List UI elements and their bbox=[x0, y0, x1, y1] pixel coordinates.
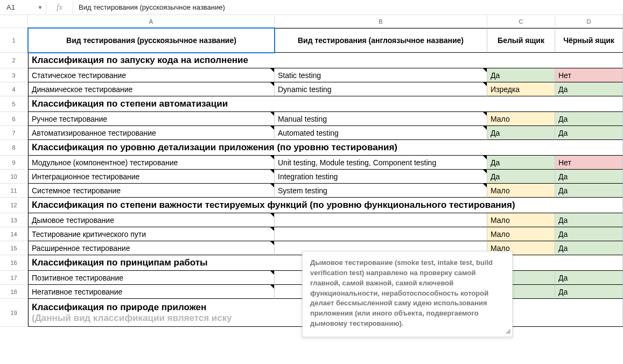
cell-A[interactable]: Интеграционное тестирование bbox=[28, 170, 275, 184]
table-row: 7Автоматизированное тестированиеAutomate… bbox=[0, 126, 623, 140]
cell-C[interactable]: Мало bbox=[487, 227, 555, 241]
cell-C[interactable]: Мало bbox=[487, 213, 555, 227]
section-row: 8Классификация по уровню детализации при… bbox=[0, 140, 623, 156]
cell-A[interactable]: Тестирование критического пути bbox=[28, 227, 275, 241]
section-title-cell[interactable]: Классификация по степени автоматизации bbox=[28, 96, 623, 112]
column-header-row: A B C D bbox=[0, 15, 623, 28]
row-header[interactable]: 5 bbox=[0, 96, 28, 112]
header-row: 1 Вид тестирования (русскоязычное назван… bbox=[0, 28, 623, 53]
section-title: Классификация по природе приложен bbox=[32, 302, 232, 313]
cell-B[interactable]: Dynamic testing bbox=[275, 82, 487, 96]
cell-A[interactable]: Системное тестирование bbox=[28, 184, 275, 198]
cell-C[interactable]: Да bbox=[487, 68, 555, 82]
row-header[interactable]: 15 bbox=[0, 241, 28, 255]
cell-D[interactable]: Нет bbox=[555, 156, 623, 170]
formula-text: Вид тестирования (русскоязычное название… bbox=[79, 3, 225, 11]
cell-C[interactable]: Да bbox=[487, 170, 555, 184]
row-header[interactable]: 4 bbox=[0, 82, 28, 96]
row-header[interactable]: 11 bbox=[0, 184, 28, 198]
col-header-C[interactable]: C bbox=[487, 15, 555, 28]
row-header[interactable]: 12 bbox=[0, 198, 28, 213]
row-header[interactable]: 14 bbox=[0, 227, 28, 241]
cell-D[interactable]: Да bbox=[555, 227, 623, 241]
cell-A[interactable]: Дымовое тестирование bbox=[28, 213, 275, 227]
cell-D[interactable]: Да bbox=[555, 285, 623, 299]
cell-A[interactable]: Статическое тестирование bbox=[28, 68, 275, 82]
section-row: 12Классификация по степени важности тест… bbox=[0, 198, 623, 213]
cell-A[interactable]: Негативное тестирование bbox=[28, 285, 275, 299]
table-row: 11Системное тестированиеSystem testingМа… bbox=[0, 184, 623, 198]
resize-handle-icon[interactable]: ◢ bbox=[506, 327, 510, 335]
section-row: 5Классификация по степени автоматизации bbox=[0, 96, 623, 112]
cell-A[interactable]: Динамическое тестирование bbox=[28, 82, 275, 96]
cell-C[interactable]: Мало bbox=[487, 184, 555, 198]
cell-D[interactable]: Да bbox=[555, 112, 623, 126]
cell-C[interactable]: Да bbox=[487, 156, 555, 170]
cell-D[interactable]: Да bbox=[555, 126, 623, 140]
cell-A[interactable]: Расширенное тестирование bbox=[28, 241, 275, 255]
cell-D[interactable]: Да bbox=[555, 271, 623, 285]
section-subnote: (Данный вид классификации является иску bbox=[32, 313, 232, 324]
col-header-A[interactable]: A bbox=[28, 15, 275, 28]
row-header[interactable]: 10 bbox=[0, 170, 28, 184]
select-all-corner[interactable] bbox=[0, 15, 28, 28]
row-header[interactable]: 8 bbox=[0, 140, 28, 156]
row-header[interactable]: 3 bbox=[0, 68, 28, 82]
cell-D1[interactable]: Чёрный ящик bbox=[555, 28, 623, 53]
cell-B[interactable] bbox=[275, 213, 487, 227]
table-row: 10Интеграционное тестированиеIntegration… bbox=[0, 170, 623, 184]
cell-C[interactable]: Изредка bbox=[487, 82, 555, 96]
row-header[interactable]: 13 bbox=[0, 213, 28, 227]
row-header[interactable]: 7 bbox=[0, 126, 28, 140]
cell-C1[interactable]: Белый ящик bbox=[487, 28, 555, 53]
section-row: 2Классификация по запуску кода на исполн… bbox=[0, 53, 623, 68]
formula-bar: A1 ▼ fx Вид тестирования (русскоязычное … bbox=[0, 0, 623, 15]
cell-B[interactable]: Automated testing bbox=[275, 126, 487, 140]
section-title-cell[interactable]: Классификация по уровню детализации прил… bbox=[28, 140, 623, 156]
cell-A[interactable]: Автоматизированное тестирование bbox=[28, 126, 275, 140]
fx-icon[interactable]: fx bbox=[46, 2, 73, 13]
col-header-B[interactable]: B bbox=[275, 15, 487, 28]
section-title-cell[interactable]: Классификация по степени важности тестир… bbox=[28, 198, 623, 213]
cell-A1[interactable]: Вид тестирования (русскоязычное название… bbox=[28, 28, 275, 53]
cell-B[interactable]: Integration testing bbox=[275, 170, 487, 184]
row-header[interactable]: 6 bbox=[0, 112, 28, 126]
cell-B[interactable] bbox=[275, 227, 487, 241]
table-row: 4Динамическое тестированиеDynamic testin… bbox=[0, 82, 623, 96]
cell-B1[interactable]: Вид тестирования (англоязычное название) bbox=[275, 28, 487, 53]
cell-A[interactable]: Ручное тестирование bbox=[28, 112, 275, 126]
cell-note-tooltip: Дымовое тестирование (smoke test, intake… bbox=[302, 251, 513, 337]
cell-C[interactable]: Да bbox=[487, 126, 555, 140]
table-row: 3Статическое тестированиеStatic testingД… bbox=[0, 68, 623, 82]
tooltip-text: Дымовое тестирование (smoke test, intake… bbox=[310, 258, 493, 327]
section-title-cell[interactable]: Классификация по запуску кода на исполне… bbox=[28, 53, 623, 68]
cell-D[interactable]: Да bbox=[555, 82, 623, 96]
cell-D[interactable]: Да bbox=[555, 184, 623, 198]
cell-B[interactable]: System testing bbox=[275, 184, 487, 198]
cell-B[interactable]: Unit testing, Module testing, Component … bbox=[275, 156, 487, 170]
row-header[interactable]: 9 bbox=[0, 156, 28, 170]
table-row: 6Ручное тестированиеManual testingМалоДа bbox=[0, 112, 623, 126]
cell-D[interactable]: Да bbox=[555, 213, 623, 227]
row-header[interactable]: 19 bbox=[0, 299, 28, 327]
cell-D[interactable]: Да bbox=[555, 170, 623, 184]
cell-A[interactable]: Позитивное тестирование bbox=[28, 271, 275, 285]
cell-B[interactable]: Static testing bbox=[275, 68, 487, 82]
cell-reference: A1 bbox=[6, 3, 15, 11]
col-header-D[interactable]: D bbox=[555, 15, 623, 28]
table-row: 14Тестирование критического путиМалоДа bbox=[0, 227, 623, 241]
row-header[interactable]: 2 bbox=[0, 53, 28, 68]
chevron-down-icon[interactable]: ▼ bbox=[38, 5, 43, 10]
row-header[interactable]: 16 bbox=[0, 255, 28, 271]
row-header[interactable]: 18 bbox=[0, 285, 28, 299]
table-row: 13Дымовое тестированиеМалоДа bbox=[0, 213, 623, 227]
formula-input[interactable]: Вид тестирования (русскоязычное название… bbox=[73, 2, 623, 13]
cell-A[interactable]: Модульное (компонентное) тестирование bbox=[28, 156, 275, 170]
cell-B[interactable]: Manual testing bbox=[275, 112, 487, 126]
row-header[interactable]: 1 bbox=[0, 28, 28, 53]
cell-D[interactable]: Да bbox=[555, 241, 623, 255]
cell-D[interactable]: Нет bbox=[555, 68, 623, 82]
name-box[interactable]: A1 ▼ bbox=[3, 2, 46, 13]
row-header[interactable]: 17 bbox=[0, 271, 28, 285]
cell-C[interactable]: Мало bbox=[487, 112, 555, 126]
